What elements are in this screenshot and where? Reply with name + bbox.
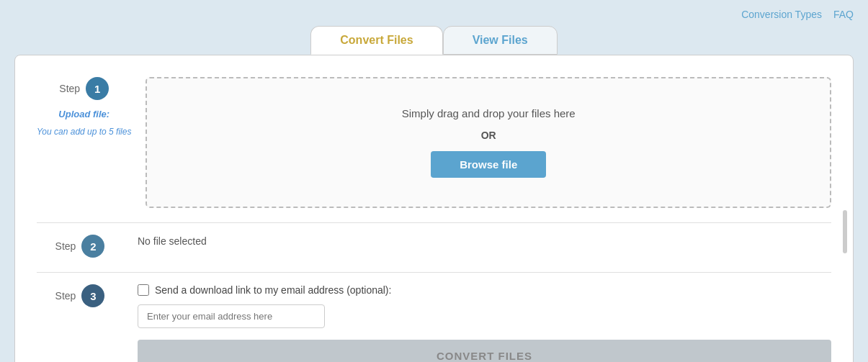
conversion-types-link[interactable]: Conversion Types	[741, 9, 822, 20]
email-checkbox[interactable]	[138, 284, 149, 296]
tab-convert[interactable]: Convert Files	[310, 26, 442, 55]
faq-link[interactable]: FAQ	[833, 9, 854, 20]
upload-sublabel: You can add up to 5 files	[37, 127, 131, 137]
drop-zone-text: Simply drag and drop your files here	[402, 107, 576, 119]
email-checkbox-label: Send a download link to my email address…	[155, 284, 391, 296]
main-card: Step 1 Upload file: You can add up to 5 …	[14, 55, 854, 362]
convert-files-button[interactable]: CONVERT FILES	[138, 340, 831, 362]
email-checkbox-row: Send a download link to my email address…	[138, 284, 831, 296]
divider-1	[37, 222, 831, 223]
step-3-content: Send a download link to my email address…	[123, 284, 831, 362]
tab-view[interactable]: View Files	[443, 26, 558, 55]
divider-2	[37, 272, 831, 273]
step-3-row: Step 3 Send a download link to my email …	[37, 284, 831, 362]
step-2-label: Step 2	[37, 235, 123, 258]
step-1-row: Step 1 Upload file: You can add up to 5 …	[37, 77, 831, 208]
browse-file-button[interactable]: Browse file	[431, 151, 546, 178]
step-1-label: Step 1 Upload file: You can add up to 5 …	[37, 77, 131, 137]
email-input[interactable]	[138, 304, 325, 328]
drop-zone[interactable]: Simply drag and drop your files here OR …	[146, 77, 831, 208]
scrollbar[interactable]	[843, 210, 847, 253]
no-file-text: No file selected	[138, 231, 207, 247]
step-3-label: Step 3	[37, 284, 123, 307]
step-2-content: No file selected	[123, 235, 831, 248]
step-1-content: Simply drag and drop your files here OR …	[131, 77, 831, 208]
upload-label: Upload file:	[58, 109, 109, 119]
or-text: OR	[481, 130, 496, 141]
step-2-number: 2	[81, 235, 104, 258]
step-2-row: Step 2 No file selected	[37, 235, 831, 258]
tab-bar: Convert Files View Files	[0, 26, 868, 55]
step-3-number: 3	[81, 284, 104, 307]
step-1-number: 1	[86, 77, 109, 100]
top-nav: Conversion Types FAQ	[0, 0, 868, 20]
